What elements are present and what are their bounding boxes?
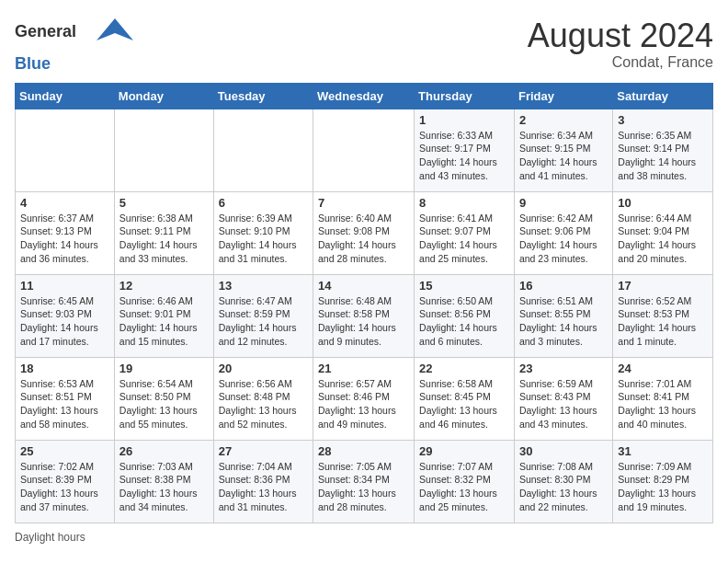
calendar-cell: 15Sunrise: 6:50 AMSunset: 8:56 PMDayligh… xyxy=(415,274,515,357)
daylight-label: Daylight hours xyxy=(15,531,85,544)
column-header-tuesday: Tuesday xyxy=(213,83,313,109)
calendar-week-3: 11Sunrise: 6:45 AMSunset: 9:03 PMDayligh… xyxy=(16,274,713,357)
day-info: Sunrise: 6:47 AMSunset: 8:59 PMDaylight:… xyxy=(219,294,308,349)
calendar-header-row: SundayMondayTuesdayWednesdayThursdayFrid… xyxy=(16,83,713,109)
day-number: 12 xyxy=(119,279,209,293)
title-block: August 2024 Condat, France xyxy=(528,17,713,71)
calendar-cell: 25Sunrise: 7:02 AMSunset: 8:39 PMDayligh… xyxy=(16,440,115,523)
day-number: 10 xyxy=(618,196,708,210)
day-number: 18 xyxy=(20,362,109,375)
calendar-cell: 22Sunrise: 6:58 AMSunset: 8:45 PMDayligh… xyxy=(415,357,515,440)
day-info: Sunrise: 6:59 AMSunset: 8:43 PMDaylight:… xyxy=(519,377,608,431)
day-info: Sunrise: 7:02 AMSunset: 8:39 PMDaylight:… xyxy=(20,460,109,514)
calendar-cell: 26Sunrise: 7:03 AMSunset: 8:38 PMDayligh… xyxy=(114,440,213,523)
calendar-cell: 27Sunrise: 7:04 AMSunset: 8:36 PMDayligh… xyxy=(213,440,313,523)
column-header-friday: Friday xyxy=(514,83,612,109)
column-header-thursday: Thursday xyxy=(415,83,515,109)
calendar-cell: 28Sunrise: 7:05 AMSunset: 8:34 PMDayligh… xyxy=(313,440,415,523)
day-number: 2 xyxy=(519,113,608,127)
day-number: 17 xyxy=(618,279,708,293)
day-info: Sunrise: 6:52 AMSunset: 8:53 PMDaylight:… xyxy=(618,294,708,349)
day-number: 7 xyxy=(318,196,409,210)
day-info: Sunrise: 7:03 AMSunset: 8:38 PMDaylight:… xyxy=(119,460,209,514)
logo: General Blue xyxy=(15,15,152,74)
day-info: Sunrise: 6:46 AMSunset: 9:01 PMDaylight:… xyxy=(119,294,209,349)
day-number: 13 xyxy=(219,279,308,293)
calendar-cell xyxy=(16,109,115,191)
day-info: Sunrise: 6:48 AMSunset: 8:58 PMDaylight:… xyxy=(318,294,409,349)
calendar-cell xyxy=(114,109,213,191)
calendar-header: SundayMondayTuesdayWednesdayThursdayFrid… xyxy=(16,83,713,109)
calendar-week-1: 1Sunrise: 6:33 AMSunset: 9:17 PMDaylight… xyxy=(16,109,713,191)
day-info: Sunrise: 7:05 AMSunset: 8:34 PMDaylight:… xyxy=(318,460,409,514)
day-info: Sunrise: 6:53 AMSunset: 8:51 PMDaylight:… xyxy=(20,377,109,431)
day-info: Sunrise: 6:40 AMSunset: 9:08 PMDaylight:… xyxy=(318,212,409,266)
day-info: Sunrise: 7:04 AMSunset: 8:36 PMDaylight:… xyxy=(219,460,308,514)
day-info: Sunrise: 6:44 AMSunset: 9:04 PMDaylight:… xyxy=(618,212,708,266)
day-info: Sunrise: 7:08 AMSunset: 8:30 PMDaylight:… xyxy=(519,460,608,514)
day-number: 15 xyxy=(419,279,509,293)
day-number: 3 xyxy=(618,113,708,127)
day-number: 11 xyxy=(20,279,109,293)
day-number: 26 xyxy=(119,444,209,458)
calendar-cell: 30Sunrise: 7:08 AMSunset: 8:30 PMDayligh… xyxy=(514,440,612,523)
calendar-cell xyxy=(313,109,415,191)
day-info: Sunrise: 6:41 AMSunset: 9:07 PMDaylight:… xyxy=(419,212,509,266)
day-info: Sunrise: 6:58 AMSunset: 8:45 PMDaylight:… xyxy=(419,377,509,431)
page-header: General Blue August 2024 Condat, France xyxy=(15,15,713,74)
location-title: Condat, France xyxy=(528,54,713,71)
svg-marker-0 xyxy=(97,18,133,40)
calendar-cell: 19Sunrise: 6:54 AMSunset: 8:50 PMDayligh… xyxy=(114,357,213,440)
day-number: 14 xyxy=(318,279,409,293)
day-number: 9 xyxy=(519,196,608,210)
calendar-cell: 2Sunrise: 6:34 AMSunset: 9:15 PMDaylight… xyxy=(514,109,612,191)
day-info: Sunrise: 6:45 AMSunset: 9:03 PMDaylight:… xyxy=(20,294,109,349)
calendar-cell: 29Sunrise: 7:07 AMSunset: 8:32 PMDayligh… xyxy=(415,440,515,523)
day-number: 27 xyxy=(219,444,308,458)
calendar-cell: 4Sunrise: 6:37 AMSunset: 9:13 PMDaylight… xyxy=(16,191,115,274)
day-info: Sunrise: 6:54 AMSunset: 8:50 PMDaylight:… xyxy=(119,377,209,431)
calendar-cell: 9Sunrise: 6:42 AMSunset: 9:06 PMDaylight… xyxy=(514,191,612,274)
day-info: Sunrise: 7:07 AMSunset: 8:32 PMDaylight:… xyxy=(419,460,509,514)
footer: Daylight hours xyxy=(15,531,713,544)
day-info: Sunrise: 6:57 AMSunset: 8:46 PMDaylight:… xyxy=(318,377,409,431)
calendar-cell: 31Sunrise: 7:09 AMSunset: 8:29 PMDayligh… xyxy=(613,440,713,523)
day-number: 24 xyxy=(618,362,708,375)
calendar-cell: 17Sunrise: 6:52 AMSunset: 8:53 PMDayligh… xyxy=(613,274,713,357)
day-number: 16 xyxy=(519,279,608,293)
calendar-cell: 16Sunrise: 6:51 AMSunset: 8:55 PMDayligh… xyxy=(514,274,612,357)
calendar-cell: 14Sunrise: 6:48 AMSunset: 8:58 PMDayligh… xyxy=(313,274,415,357)
calendar-cell: 18Sunrise: 6:53 AMSunset: 8:51 PMDayligh… xyxy=(16,357,115,440)
logo-text-blue: Blue xyxy=(15,54,51,73)
calendar-cell: 21Sunrise: 6:57 AMSunset: 8:46 PMDayligh… xyxy=(313,357,415,440)
day-number: 8 xyxy=(419,196,509,210)
calendar-cell: 3Sunrise: 6:35 AMSunset: 9:14 PMDaylight… xyxy=(613,109,713,191)
calendar-week-2: 4Sunrise: 6:37 AMSunset: 9:13 PMDaylight… xyxy=(16,191,713,274)
logo-text-general: General xyxy=(15,22,76,40)
calendar-cell: 1Sunrise: 6:33 AMSunset: 9:17 PMDaylight… xyxy=(415,109,515,191)
calendar-cell: 11Sunrise: 6:45 AMSunset: 9:03 PMDayligh… xyxy=(16,274,115,357)
month-title: August 2024 xyxy=(528,17,713,54)
day-info: Sunrise: 6:56 AMSunset: 8:48 PMDaylight:… xyxy=(219,377,308,431)
calendar-table: SundayMondayTuesdayWednesdayThursdayFrid… xyxy=(15,83,713,523)
logo-bird-icon xyxy=(78,15,152,52)
day-number: 20 xyxy=(219,362,308,375)
calendar-cell xyxy=(213,109,313,191)
column-header-sunday: Sunday xyxy=(16,83,115,109)
day-number: 6 xyxy=(219,196,308,210)
calendar-cell: 20Sunrise: 6:56 AMSunset: 8:48 PMDayligh… xyxy=(213,357,313,440)
column-header-monday: Monday xyxy=(114,83,213,109)
day-number: 5 xyxy=(119,196,209,210)
calendar-week-4: 18Sunrise: 6:53 AMSunset: 8:51 PMDayligh… xyxy=(16,357,713,440)
day-info: Sunrise: 6:37 AMSunset: 9:13 PMDaylight:… xyxy=(20,212,109,266)
day-info: Sunrise: 6:38 AMSunset: 9:11 PMDaylight:… xyxy=(119,212,209,266)
column-header-wednesday: Wednesday xyxy=(313,83,415,109)
day-info: Sunrise: 6:33 AMSunset: 9:17 PMDaylight:… xyxy=(419,129,509,183)
day-info: Sunrise: 6:42 AMSunset: 9:06 PMDaylight:… xyxy=(519,212,608,266)
day-number: 22 xyxy=(419,362,509,375)
calendar-cell: 13Sunrise: 6:47 AMSunset: 8:59 PMDayligh… xyxy=(213,274,313,357)
day-number: 29 xyxy=(419,444,509,458)
day-number: 21 xyxy=(318,362,409,375)
day-info: Sunrise: 6:34 AMSunset: 9:15 PMDaylight:… xyxy=(519,129,608,183)
day-info: Sunrise: 7:09 AMSunset: 8:29 PMDaylight:… xyxy=(618,460,708,514)
